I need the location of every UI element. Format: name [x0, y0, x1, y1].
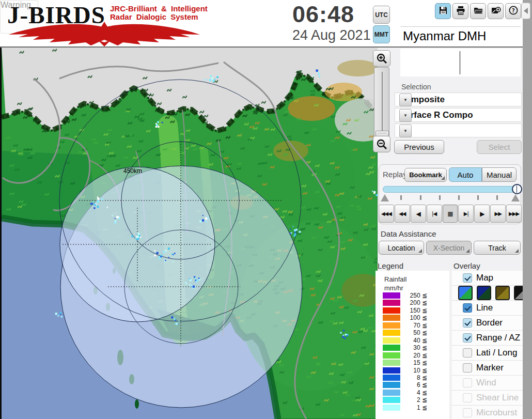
jbirds-app: J-BIRDS JRC-Brilliant & Intelligent Rada… — [0, 0, 532, 419]
location-button[interactable]: Location — [379, 241, 424, 255]
mmt-button[interactable]: MMT — [373, 25, 390, 43]
control-panel: Selection Composite ▼ Surface R Compo ▼ … — [378, 48, 523, 419]
help-button[interactable]: ? — [505, 3, 521, 19]
open-folder-icon — [473, 5, 483, 18]
overlay-row-line: Line — [452, 301, 523, 316]
legend-swatch — [383, 390, 400, 396]
overlay-row-marker: Marker — [452, 361, 523, 376]
overlay-row-wind: Wind — [452, 376, 523, 391]
replay-tick — [496, 195, 498, 200]
overlay-row-range-az: Range / AZ — [452, 331, 523, 346]
replay-progress-slider[interactable] — [383, 186, 518, 193]
add-image-button[interactable] — [488, 3, 504, 19]
collapse-arrow-icon — [524, 8, 528, 14]
forward-fast-button[interactable]: ▶▶▶ — [506, 205, 522, 223]
replay-tick — [458, 195, 460, 200]
legend-swatch — [383, 300, 400, 306]
site-name: Myanmar DMH — [403, 29, 486, 43]
legend-value: 30 ≦ — [402, 344, 427, 351]
zoom-in-button[interactable] — [373, 50, 390, 67]
previous-button[interactable]: Previous — [394, 140, 444, 154]
svg-text:?: ? — [512, 8, 515, 13]
chevron-down-icon[interactable]: ▼ — [399, 94, 412, 106]
panel-collapse-tab[interactable] — [521, 3, 530, 19]
legend-value: 10 ≦ — [402, 367, 427, 374]
map-style-swatch-1[interactable] — [458, 286, 473, 300]
legend-value: 250 ≦ — [402, 292, 427, 299]
radar-map[interactable]: 450km — [2, 48, 378, 419]
site-box-divider — [460, 51, 460, 74]
overlay-item-label: Microburst — [476, 408, 517, 418]
replay-end-marker[interactable] — [511, 194, 520, 201]
replay-label: Replay — [383, 170, 407, 179]
select-button[interactable]: Select — [477, 140, 522, 154]
legend-value: 20 ≦ — [402, 352, 427, 359]
overlay-row-shear-line: Shear Line — [452, 391, 523, 406]
legend-row: 4 ≦ — [375, 390, 449, 396]
print-button[interactable] — [452, 3, 468, 19]
overlay-row-border: Border — [452, 316, 523, 331]
add-image-icon — [491, 5, 501, 18]
site-display-box[interactable] — [400, 49, 521, 76]
legend-row: 70 ≦ — [375, 322, 449, 329]
step-forward-button[interactable]: ▶| — [458, 205, 474, 223]
panel-collapse-strip[interactable] — [523, 0, 532, 419]
selection-dropdown-1[interactable]: Composite ▼ — [395, 92, 522, 106]
legend-swatch — [383, 330, 400, 336]
marker-checkbox[interactable] — [463, 363, 472, 373]
map-style-swatch-2[interactable] — [477, 286, 491, 300]
replay-slider-handle[interactable] — [512, 184, 522, 194]
selection-dropdown-2[interactable]: Surface R Compo ▼ — [395, 108, 522, 122]
rewind-button[interactable]: ◀◀ — [395, 205, 410, 223]
zoom-out-button[interactable] — [373, 136, 390, 152]
legend-swatch — [383, 352, 400, 359]
step-back-button[interactable]: |◀ — [427, 205, 442, 223]
legend-row: 40 ≦ — [375, 337, 449, 344]
shear-line-checkbox — [463, 393, 472, 402]
clock-date: 24 Aug 2021 — [292, 27, 371, 43]
track-button[interactable]: Track — [474, 241, 521, 255]
auto-button[interactable]: Auto — [449, 167, 482, 182]
line-checkbox[interactable] — [463, 303, 472, 313]
clock-time: 06:48 — [292, 1, 354, 28]
microburst-checkbox — [463, 408, 472, 417]
map-style-swatch-3[interactable] — [495, 286, 510, 300]
lati-long-checkbox[interactable] — [463, 348, 472, 358]
overlay-row-lati-long: Lati / Long — [452, 346, 523, 361]
legend-swatch — [383, 367, 400, 374]
legend-value: 8 ≦ — [402, 374, 427, 381]
save-button[interactable] — [435, 3, 451, 19]
play-backward-button[interactable]: ◀ — [411, 205, 426, 223]
selection-dropdown-3[interactable]: ▼ — [395, 123, 522, 137]
overlay-item-label: Range / AZ — [476, 333, 520, 343]
chevron-down-icon[interactable]: ▼ — [399, 109, 412, 122]
rewind-fast-button[interactable]: ◀◀◀ — [379, 205, 394, 223]
play-button[interactable]: ▶ — [474, 205, 490, 223]
utc-button[interactable]: UTC — [373, 6, 390, 24]
x-section-button[interactable]: X-Section — [426, 241, 472, 255]
stop-button[interactable]: ■ — [443, 205, 458, 223]
border-checkbox[interactable] — [463, 318, 472, 328]
legend-swatch — [383, 375, 400, 381]
legend-swatch — [383, 315, 400, 321]
overlay-title: Overlay — [453, 261, 480, 270]
chevron-down-icon[interactable]: ▼ — [399, 125, 412, 137]
legend-value: 6 ≦ — [402, 381, 427, 389]
legend-value: 150 ≦ — [402, 307, 427, 314]
manual-button[interactable]: Manual — [482, 167, 517, 182]
legend-row: 150 ≦ — [375, 307, 449, 314]
forward-button[interactable]: ▶▶ — [490, 205, 506, 223]
header-bar: J-BIRDS JRC-Brilliant & Intelligent Rada… — [0, 0, 532, 48]
range-az-checkbox[interactable] — [463, 333, 472, 343]
map-checkbox[interactable] — [463, 273, 472, 283]
legend-swatch — [383, 397, 400, 403]
help-icon: ? — [508, 5, 519, 18]
open-folder-button[interactable] — [470, 3, 486, 19]
overlay-item-label: Line — [476, 303, 493, 313]
replay-start-marker[interactable] — [381, 194, 389, 201]
replay-transport-buttons: ◀◀◀◀◀◀|◀■▶|▶▶▶▶▶▶ — [379, 205, 522, 223]
eagle-logo-icon — [6, 20, 207, 46]
bookmark-button[interactable]: Bookmark — [404, 168, 447, 182]
panel-separator — [400, 26, 521, 27]
map-style-row — [452, 286, 523, 301]
